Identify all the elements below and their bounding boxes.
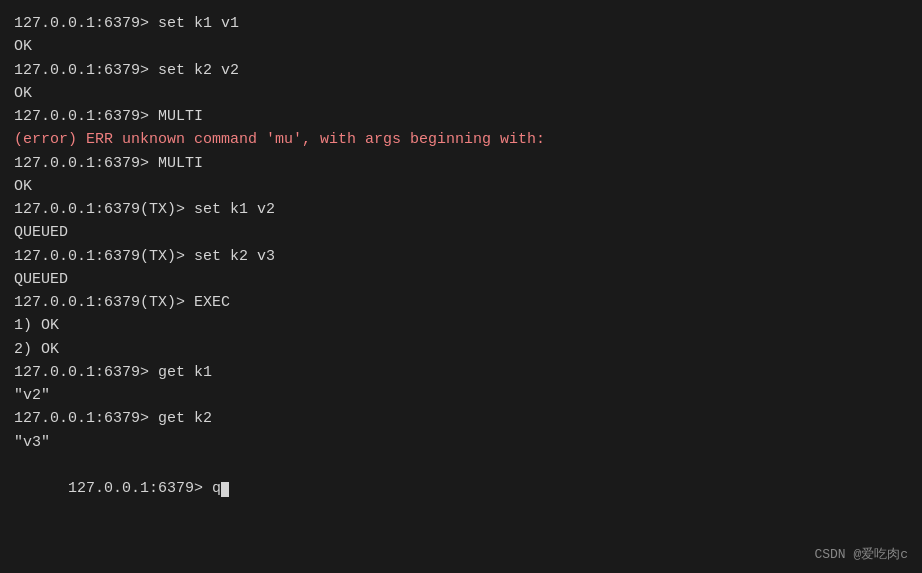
line-15: 2) OK bbox=[14, 338, 908, 361]
watermark: CSDN @爱吃肉c bbox=[814, 545, 908, 563]
line-20[interactable]: 127.0.0.1:6379> q bbox=[14, 454, 908, 524]
line-12: QUEUED bbox=[14, 268, 908, 291]
line-6: (error) ERR unknown command 'mu', with a… bbox=[14, 128, 908, 151]
line-5: 127.0.0.1:6379> MULTI bbox=[14, 105, 908, 128]
line-1: 127.0.0.1:6379> set k1 v1 bbox=[14, 12, 908, 35]
line-11: 127.0.0.1:6379(TX)> set k2 v3 bbox=[14, 245, 908, 268]
line-17: "v2" bbox=[14, 384, 908, 407]
line-13: 127.0.0.1:6379(TX)> EXEC bbox=[14, 291, 908, 314]
line-14: 1) OK bbox=[14, 314, 908, 337]
terminal-output: 127.0.0.1:6379> set k1 v1 OK 127.0.0.1:6… bbox=[14, 12, 908, 524]
line-18: 127.0.0.1:6379> get k2 bbox=[14, 407, 908, 430]
line-7: 127.0.0.1:6379> MULTI bbox=[14, 152, 908, 175]
line-2: OK bbox=[14, 35, 908, 58]
terminal: 127.0.0.1:6379> set k1 v1 OK 127.0.0.1:6… bbox=[0, 0, 922, 573]
line-10: QUEUED bbox=[14, 221, 908, 244]
line-8: OK bbox=[14, 175, 908, 198]
line-9: 127.0.0.1:6379(TX)> set k1 v2 bbox=[14, 198, 908, 221]
cursor-blink bbox=[221, 482, 229, 497]
line-3: 127.0.0.1:6379> set k2 v2 bbox=[14, 59, 908, 82]
line-19: "v3" bbox=[14, 431, 908, 454]
line-16: 127.0.0.1:6379> get k1 bbox=[14, 361, 908, 384]
line-4: OK bbox=[14, 82, 908, 105]
